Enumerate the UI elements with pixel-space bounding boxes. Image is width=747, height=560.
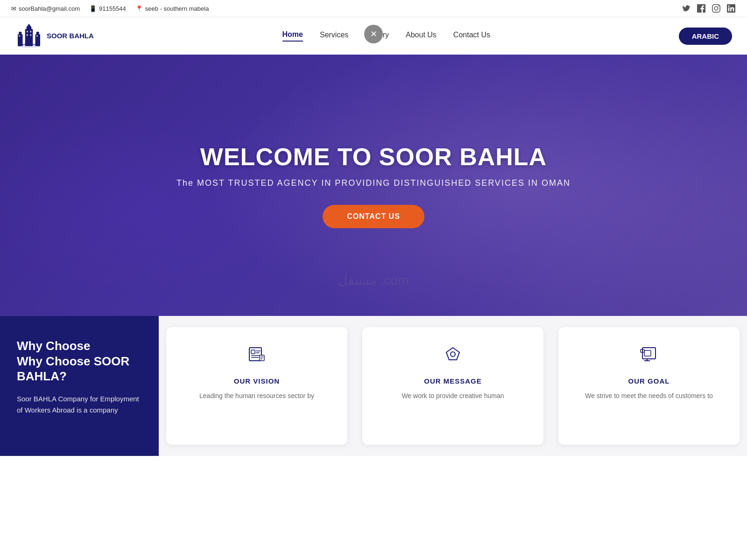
goal-text: We strive to meet the needs of customers… (585, 391, 713, 401)
email-icon: ✉ (11, 5, 16, 12)
svg-rect-9 (30, 31, 31, 33)
svg-rect-15 (251, 350, 255, 354)
card-vision: OUR VISION Leading the human resources s… (166, 327, 347, 445)
phone-text: 91155544 (99, 5, 126, 12)
hero-subtitle: The MOST TRUSTED AGENCY IN PROVIDING DIS… (176, 178, 571, 188)
navigation: Home Services Gallery About Us Contact U… (282, 30, 490, 42)
social-links (682, 4, 736, 13)
svg-rect-20 (260, 355, 264, 361)
nav-home[interactable]: Home (282, 30, 303, 42)
email-info: ✉ soorBahla@gmail.com (11, 5, 80, 12)
card-goal: OUR GOAL We strive to meet the needs of … (558, 327, 740, 445)
svg-rect-8 (27, 31, 28, 33)
close-button[interactable]: ✕ (364, 25, 383, 43)
facebook-icon[interactable] (697, 4, 706, 13)
arabic-button[interactable]: ARABIC (679, 28, 732, 45)
bottom-section: Why ChooseWhy Choose SOOR BAHLA? Soor BA… (0, 316, 747, 456)
nav-about[interactable]: About Us (406, 31, 437, 41)
message-title: OUR MESSAGE (424, 377, 482, 385)
svg-rect-10 (27, 34, 28, 36)
svg-marker-23 (446, 348, 459, 360)
message-text: We work to provide creative human (402, 391, 504, 401)
nav-contact[interactable]: Contact Us (453, 31, 490, 41)
hero-content: WELCOME TO SOOR BAHLA The MOST TRUSTED A… (167, 115, 580, 256)
header: ✕ SOOR BAHLA Hom (0, 17, 747, 55)
top-bar-contact: ✉ soorBahla@gmail.com 📱 91155544 📍 seeb … (11, 5, 209, 12)
svg-rect-2 (19, 32, 21, 35)
svg-rect-26 (644, 350, 651, 356)
why-choose-panel: Why ChooseWhy Choose SOOR BAHLA? Soor BA… (0, 316, 159, 456)
message-icon (443, 344, 463, 369)
twitter-icon[interactable] (682, 4, 691, 13)
location-info: 📍 seeb - southern mabela (135, 5, 209, 12)
goal-icon (639, 344, 659, 369)
svg-marker-5 (27, 24, 32, 28)
logo-image (15, 22, 43, 50)
vision-icon (247, 344, 267, 369)
location-icon: 📍 (135, 5, 143, 12)
svg-point-24 (451, 352, 455, 357)
svg-rect-11 (30, 34, 31, 36)
hero-section: WELCOME TO SOOR BAHLA The MOST TRUSTED A… (0, 55, 747, 316)
logo-area: SOOR BAHLA (15, 22, 94, 50)
vision-text: Leading the human resources sector by (199, 391, 314, 401)
phone-info: 📱 91155544 (89, 5, 126, 12)
hero-title: WELCOME TO SOOR BAHLA (176, 143, 571, 171)
linkedin-icon[interactable] (726, 4, 736, 13)
phone-icon: 📱 (89, 5, 97, 12)
location-text: seeb - southern mabela (145, 5, 209, 12)
instagram-icon[interactable] (712, 4, 721, 13)
email-text: soorBahla@gmail.com (19, 5, 80, 12)
cards-row: OUR VISION Leading the human resources s… (159, 316, 747, 456)
vision-title: OUR VISION (234, 377, 280, 385)
contact-us-button[interactable]: CONTACT US (323, 205, 424, 228)
why-choose-text: Soor BAHLA Company for Employment of Wor… (17, 393, 142, 416)
logo-text: SOOR BAHLA (47, 32, 94, 40)
top-bar: ✉ soorBahla@gmail.com 📱 91155544 📍 seeb … (0, 0, 747, 17)
why-choose-title: Why ChooseWhy Choose SOOR BAHLA? (17, 338, 142, 384)
svg-rect-13 (36, 35, 38, 37)
svg-rect-12 (19, 35, 20, 37)
card-message: OUR MESSAGE We work to provide creative … (362, 327, 543, 445)
svg-rect-3 (25, 29, 33, 46)
svg-rect-7 (36, 32, 39, 35)
close-icon: ✕ (370, 29, 377, 39)
goal-title: OUR GOAL (628, 377, 670, 385)
nav-services[interactable]: Services (320, 31, 348, 41)
